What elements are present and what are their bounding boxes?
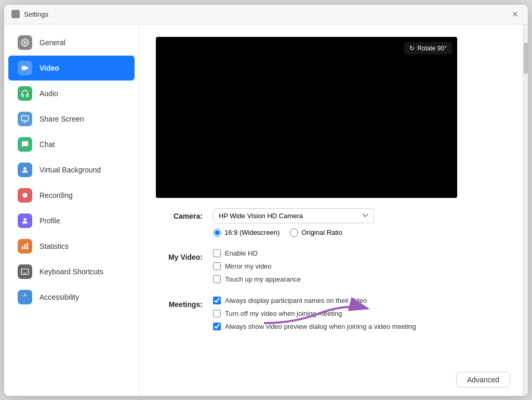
show-preview-option[interactable]: Always show video preview dialog when jo…: [213, 323, 506, 330]
enable-hd-option[interactable]: Enable HD: [213, 249, 506, 257]
svg-point-5: [23, 218, 26, 220]
camera-preview: ↻ Rotate 90°: [156, 37, 457, 198]
window-title: Settings: [24, 10, 48, 18]
my-video-label: My Video:: [156, 249, 213, 261]
video-icon: [18, 61, 32, 75]
keyboard-shortcuts-label: Keyboard Shortcuts: [39, 268, 103, 276]
svg-rect-2: [21, 116, 28, 121]
show-preview-checkbox[interactable]: [213, 323, 221, 330]
scrollbar-thumb[interactable]: [524, 43, 528, 74]
svg-point-4: [22, 193, 27, 197]
content-area: ↻ Rotate 90° Camera: HP Wide Vision HD C…: [139, 24, 523, 396]
camera-select[interactable]: HP Wide Vision HD Camera: [213, 208, 374, 223]
rotate-label: Rotate 90°: [417, 45, 447, 52]
my-video-row: My Video: Enable HD Mirror my video Touc…: [156, 249, 506, 288]
general-label: General: [39, 38, 65, 47]
touch-up-checkbox[interactable]: [213, 275, 221, 283]
svg-rect-7: [24, 244, 26, 249]
app-icon: [11, 10, 20, 18]
svg-point-3: [23, 167, 26, 169]
scrollbar[interactable]: [523, 24, 528, 396]
sidebar-item-virtual-background[interactable]: Virtual Background: [8, 157, 135, 182]
share-screen-icon: [18, 112, 32, 126]
mirror-video-label: Mirror my video: [225, 262, 272, 270]
chat-label: Chat: [39, 140, 55, 149]
svg-rect-6: [22, 246, 23, 249]
ratio-group: 16:9 (Widescreen) Original Ratio: [213, 229, 506, 237]
turn-off-video-checkbox[interactable]: [213, 310, 221, 317]
chat-icon: [18, 137, 32, 152]
share-screen-label: Share Screen: [39, 115, 84, 123]
widescreen-label: 16:9 (Widescreen): [224, 229, 280, 236]
mirror-video-option[interactable]: Mirror my video: [213, 262, 506, 270]
widescreen-radio[interactable]: [213, 229, 221, 237]
recording-icon: [18, 188, 32, 203]
titlebar-left: Settings: [11, 10, 48, 18]
sidebar: GeneralVideoAudioShare ScreenChatVirtual…: [4, 24, 139, 396]
profile-icon: [18, 214, 32, 228]
statistics-label: Statistics: [39, 242, 69, 250]
my-video-controls: Enable HD Mirror my video Touch up my ap…: [213, 249, 506, 288]
widescreen-option[interactable]: 16:9 (Widescreen): [213, 229, 280, 237]
general-icon: [18, 35, 32, 50]
turn-off-video-option[interactable]: Turn off my video when joining meeting: [213, 310, 506, 317]
touch-up-label: Touch up my appearance: [225, 275, 301, 283]
sidebar-item-keyboard-shortcuts[interactable]: Keyboard Shortcuts: [8, 259, 135, 284]
sidebar-item-share-screen[interactable]: Share Screen: [8, 106, 135, 131]
virtual-background-icon: [18, 163, 32, 177]
meetings-controls: Always display participant names on thei…: [213, 297, 506, 336]
sidebar-item-general[interactable]: General: [8, 30, 135, 55]
sidebar-item-profile[interactable]: Profile: [8, 208, 135, 233]
touch-up-option[interactable]: Touch up my appearance: [213, 275, 506, 283]
statistics-icon: [18, 239, 32, 254]
audio-label: Audio: [39, 89, 58, 98]
enable-hd-checkbox[interactable]: [213, 249, 221, 257]
virtual-background-label: Virtual Background: [39, 166, 101, 174]
mirror-video-checkbox[interactable]: [213, 262, 221, 270]
svg-rect-8: [26, 243, 28, 249]
camera-row: Camera: HP Wide Vision HD Camera 16:9 (W…: [156, 208, 506, 241]
window-body: GeneralVideoAudioShare ScreenChatVirtual…: [4, 24, 528, 396]
titlebar: Settings ✕: [4, 5, 528, 24]
sidebar-item-recording[interactable]: Recording: [8, 183, 135, 208]
keyboard-shortcuts-icon: [18, 264, 32, 279]
meetings-label: Meetings:: [156, 297, 213, 309]
display-names-checkbox[interactable]: [213, 297, 221, 304]
svg-rect-0: [13, 11, 18, 17]
rotate-icon: ↻: [409, 45, 415, 52]
show-preview-label: Always show video preview dialog when jo…: [225, 323, 416, 330]
advanced-button-row: Advanced: [456, 372, 510, 388]
turn-off-video-label: Turn off my video when joining meeting: [225, 310, 342, 317]
meetings-row: Meetings: Always display participant nam…: [156, 297, 506, 336]
svg-point-10: [24, 294, 26, 295]
enable-hd-label: Enable HD: [225, 249, 258, 257]
display-names-option[interactable]: Always display participant names on thei…: [213, 297, 506, 304]
rotate-button[interactable]: ↻ Rotate 90°: [404, 42, 452, 55]
recording-label: Recording: [39, 191, 73, 199]
sidebar-item-video[interactable]: Video: [8, 56, 135, 81]
camera-label: Camera:: [156, 208, 213, 220]
svg-point-1: [24, 42, 26, 44]
camera-select-row: HP Wide Vision HD Camera: [213, 208, 506, 223]
profile-label: Profile: [39, 217, 60, 225]
original-ratio-label: Original Ratio: [301, 229, 342, 236]
settings-window: Settings ✕ GeneralVideoAudioShare Screen…: [4, 4, 528, 396]
original-ratio-option[interactable]: Original Ratio: [290, 229, 342, 237]
accessibility-label: Accessibility: [39, 293, 79, 301]
video-label: Video: [39, 64, 59, 72]
display-names-label: Always display participant names on thei…: [225, 297, 367, 304]
sidebar-item-statistics[interactable]: Statistics: [8, 234, 135, 259]
sidebar-item-accessibility[interactable]: Accessibility: [8, 285, 135, 310]
original-ratio-radio[interactable]: [290, 229, 298, 237]
advanced-button[interactable]: Advanced: [456, 372, 510, 388]
sidebar-item-chat[interactable]: Chat: [8, 132, 135, 157]
sidebar-item-audio[interactable]: Audio: [8, 81, 135, 106]
audio-icon: [18, 86, 32, 101]
accessibility-icon: [18, 290, 32, 304]
camera-controls: HP Wide Vision HD Camera 16:9 (Widescree…: [213, 208, 506, 241]
close-button[interactable]: ✕: [509, 8, 521, 20]
